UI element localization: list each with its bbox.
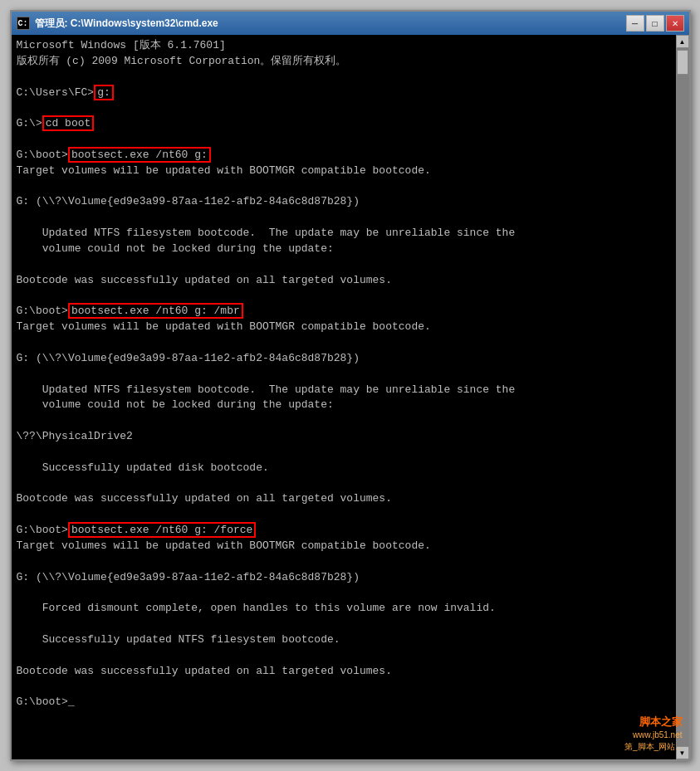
console-output[interactable]: Microsoft Windows [版本 6.1.7601] 版权所有 (c)…: [12, 35, 676, 759]
line-ntfs-success: Successfully updated NTFS filesystem boo…: [17, 632, 671, 648]
minimize-button[interactable]: ─: [626, 15, 644, 32]
scroll-down-button[interactable]: ▼: [676, 746, 689, 759]
line-target3: Target volumes will be updated with BOOT…: [17, 539, 671, 554]
line-final-prompt: G:\boot>_: [17, 695, 671, 710]
cmd-bootsect1-highlight: bootsect.exe /nt60 g:: [68, 147, 211, 163]
scroll-up-button[interactable]: ▲: [676, 35, 689, 48]
line-success2: Bootcode was successfully updated on all…: [17, 491, 671, 507]
line-blank-14: [17, 554, 671, 570]
line-blank-17: [17, 648, 671, 664]
line-blank-18: [17, 680, 671, 695]
console-area: Microsoft Windows [版本 6.1.7601] 版权所有 (c)…: [12, 35, 689, 759]
line-cmd-bootsect1: G:\boot>bootsect.exe /nt60 g:: [17, 148, 671, 163]
window-title: 管理员: C:\Windows\system32\cmd.exe: [35, 17, 626, 31]
line-updated1b: volume could not be locked during the up…: [17, 242, 671, 257]
line-blank-7: [17, 289, 671, 305]
line-volume2: G: (\\?\Volume{ed9e3a99-87aa-11e2-afb2-8…: [17, 351, 671, 367]
line-blank-4: [17, 179, 671, 195]
window-icon: C:: [17, 17, 30, 30]
line-blank-2: [17, 100, 671, 116]
cmd-window: C: 管理员: C:\Windows\system32\cmd.exe ─ □ …: [10, 10, 691, 761]
line-blank-1: [17, 70, 671, 85]
line-blank-15: [17, 586, 671, 602]
line-blank-5: [17, 210, 671, 226]
line-updated2a: Updated NTFS filesystem bootcode. The up…: [17, 383, 671, 398]
line-blank-3: [17, 132, 671, 148]
line-blank-11: [17, 445, 671, 461]
line-blank-10: [17, 413, 671, 429]
line-volume3: G: (\\?\Volume{ed9e3a99-87aa-11e2-afb2-8…: [17, 570, 671, 586]
cmd-cd-highlight: cd boot: [42, 115, 95, 131]
line-blank-12: [17, 476, 671, 492]
titlebar: C: 管理员: C:\Windows\system32\cmd.exe ─ □ …: [12, 12, 689, 35]
line-cmd-cd: G:\>cd boot: [17, 116, 671, 132]
line-target1: Target volumes will be updated with BOOT…: [17, 163, 671, 179]
line-blank-8: [17, 335, 671, 351]
line-blank-16: [17, 617, 671, 632]
line-blank-13: [17, 507, 671, 523]
line-target2: Target volumes will be updated with BOOT…: [17, 320, 671, 335]
line-disk-success: Successfully updated disk bootcode.: [17, 461, 671, 476]
line-cmd-bootsect3: G:\boot>bootsect.exe /nt60 g: /force: [17, 523, 671, 539]
maximize-button[interactable]: □: [646, 15, 664, 32]
line-physicaldrive: \??\PhysicalDrive2: [17, 429, 671, 445]
line-updated2b: volume could not be locked during the up…: [17, 398, 671, 413]
line-blank-9: [17, 367, 671, 383]
cmd-bootsect2-highlight: bootsect.exe /nt60 g: /mbr: [68, 303, 243, 319]
line-blank-6: [17, 257, 671, 273]
window-controls: ─ □ ✕: [626, 15, 684, 32]
line-success1: Bootcode was successfully updated on all…: [17, 273, 671, 289]
cmd-bootsect3-highlight: bootsect.exe /nt60 g: /force: [68, 522, 256, 538]
scrollbar[interactable]: ▲ ▼: [676, 35, 689, 759]
line-forced: Forced dismount complete, open handles t…: [17, 601, 671, 617]
line-updated1a: Updated NTFS filesystem bootcode. The up…: [17, 226, 671, 242]
line-success3: Bootcode was successfully updated on all…: [17, 664, 671, 680]
close-button[interactable]: ✕: [666, 15, 684, 32]
line-2: 版权所有 (c) 2009 Microsoft Corporation。保留所有…: [17, 54, 671, 70]
scrollbar-thumb[interactable]: [677, 50, 688, 75]
cmd-g-highlight: g:: [94, 85, 114, 100]
line-1: Microsoft Windows [版本 6.1.7601]: [17, 38, 671, 54]
line-cmd-g: C:\Users\FC>g:: [17, 85, 671, 101]
line-cmd-bootsect2: G:\boot>bootsect.exe /nt60 g: /mbr: [17, 304, 671, 320]
line-volume1: G: (\\?\Volume{ed9e3a99-87aa-11e2-afb2-8…: [17, 194, 671, 210]
scrollbar-track[interactable]: [676, 48, 689, 746]
